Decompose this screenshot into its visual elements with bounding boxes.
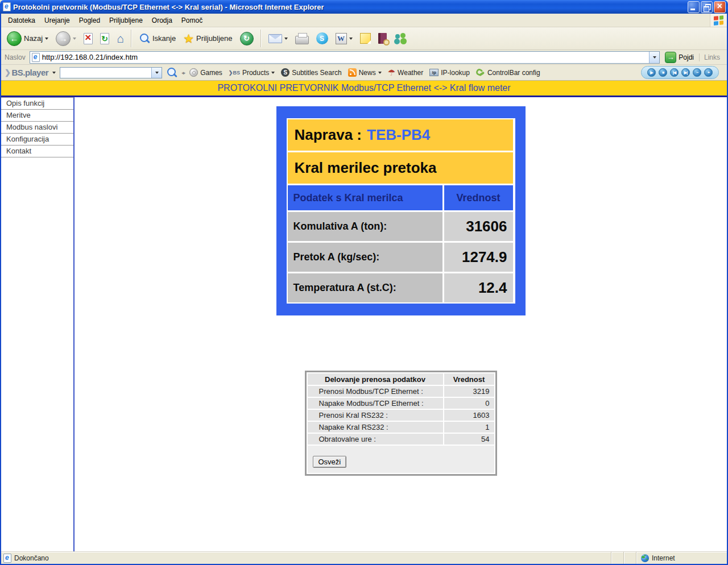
status-pane xyxy=(623,552,636,564)
close-button[interactable] xyxy=(714,1,726,13)
bsplayer-logo[interactable]: BS.player xyxy=(5,68,48,77)
sidebar-item-meritve[interactable]: Meritve xyxy=(1,110,73,122)
favorites-label: Priljubljene xyxy=(196,34,233,43)
word-dropdown-icon xyxy=(349,38,353,40)
sidebar-item-opis-funkcij[interactable]: Opis funkcij xyxy=(1,98,73,110)
bsbar-games[interactable]: Games xyxy=(188,67,224,78)
sidebar-nav: Opis funkcij Meritve Modbus naslovi Konf… xyxy=(1,97,75,551)
toolbar-separator xyxy=(260,30,262,47)
notes-button[interactable] xyxy=(358,32,373,45)
bsbar-subtitles-search[interactable]: Subtitles Search xyxy=(280,67,342,78)
bsbar-ip-lookup[interactable]: IP-lookup xyxy=(428,68,471,78)
links-label[interactable]: Links xyxy=(699,53,725,61)
menu-urejanje[interactable]: Urejanje xyxy=(40,15,75,26)
device-title-row: Naprava : TEB-PB4 xyxy=(288,119,513,151)
menu-orodja[interactable]: Orodja xyxy=(147,15,177,26)
device-row-value: 1274.9 xyxy=(444,243,513,272)
status-page-icon xyxy=(3,554,11,563)
security-zone-pane: Internet xyxy=(636,552,727,564)
messenger-button[interactable] xyxy=(392,32,410,45)
menu-pomoc[interactable]: Pomoč xyxy=(177,15,207,26)
sidebar-item-kontakt[interactable]: Kontakt xyxy=(1,146,73,157)
toolbar-grip-icon[interactable]: ◂▸ xyxy=(181,70,184,76)
history-button[interactable] xyxy=(238,31,256,47)
bsbar-weather[interactable]: Weather xyxy=(387,67,425,78)
status-text: Dokončano xyxy=(14,554,49,562)
stats-col-header-label: Delovanje prenosa podatkov xyxy=(308,373,443,385)
research-button[interactable] xyxy=(376,32,389,45)
windows-logo xyxy=(710,14,727,27)
mail-icon xyxy=(268,34,282,43)
menu-datoteka[interactable]: Datoteka xyxy=(3,15,40,26)
bsplayer-dropdown-icon[interactable] xyxy=(52,72,56,74)
stop-media-button[interactable]: ■ xyxy=(659,68,667,77)
favorites-button[interactable]: Priljubljene xyxy=(181,31,234,45)
device-row-label: Temperatura A (st.C): xyxy=(288,273,442,302)
back-label: Nazaj xyxy=(24,34,43,43)
home-button[interactable] xyxy=(114,31,126,45)
sidebar-item-modbus-naslovi[interactable]: Modbus naslovi xyxy=(1,122,73,134)
device-col-header-label: Podatek s Kral merilca xyxy=(288,185,442,210)
favorites-star-icon xyxy=(183,32,194,44)
address-input[interactable]: http://192.168.0.21/index.htm xyxy=(30,51,660,64)
address-url[interactable]: http://192.168.0.21/index.htm xyxy=(40,53,650,61)
stats-row-label: Obratovalne ure : xyxy=(308,434,443,444)
toolbar-separator xyxy=(131,30,132,47)
chevron-down-icon xyxy=(653,56,656,59)
previous-button[interactable]: |◀ xyxy=(670,68,679,77)
address-bar: Naslov http://192.168.0.21/index.htm Poj… xyxy=(1,50,727,65)
refresh-button[interactable] xyxy=(98,32,111,45)
volume-up-button[interactable]: + xyxy=(704,68,713,77)
print-button[interactable] xyxy=(293,31,311,45)
address-dropdown-button[interactable] xyxy=(649,52,659,63)
subtitles-icon xyxy=(281,68,289,77)
next-button[interactable]: ▶| xyxy=(681,68,690,77)
volume-down-button[interactable]: − xyxy=(693,68,701,77)
bsplayer-search-icon[interactable] xyxy=(166,67,177,78)
skype-button[interactable] xyxy=(314,31,330,45)
products-label: Products xyxy=(242,69,269,77)
messenger-icon xyxy=(394,33,408,44)
history-icon xyxy=(240,32,254,45)
back-button[interactable]: ← Nazaj xyxy=(5,30,51,47)
device-row-value: 31606 xyxy=(444,212,513,241)
go-button[interactable]: Pojdi xyxy=(663,52,696,63)
ip-lookup-label: IP-lookup xyxy=(441,69,470,77)
word-icon xyxy=(336,33,347,44)
bsbar-controlbar-config[interactable]: ControlBar config xyxy=(475,67,541,78)
forward-dropdown-icon xyxy=(73,38,76,40)
home-icon xyxy=(117,32,124,44)
print-icon xyxy=(295,36,309,44)
restore-button[interactable] xyxy=(701,1,713,13)
menu-priljubljene[interactable]: Priljubljene xyxy=(105,15,147,26)
refresh-page-button[interactable]: Osveži xyxy=(313,456,347,468)
stats-row-label: Prenosi Kral RS232 : xyxy=(308,410,443,421)
chevron-down-icon xyxy=(155,72,159,74)
bsbar-products[interactable]: Products xyxy=(228,68,276,78)
media-controls: ▶ ■ |◀ ▶| − + xyxy=(641,66,719,79)
title-bar: Protokolni pretvornik (Modbus/TCP Ethern… xyxy=(0,0,728,14)
bsplayer-search-input[interactable] xyxy=(60,67,162,78)
controlbar-config-label: ControlBar config xyxy=(487,69,540,77)
device-subtitle-row: Kral merilec pretoka xyxy=(288,152,513,184)
menu-pogled[interactable]: Pogled xyxy=(75,15,105,26)
edit-word-button[interactable] xyxy=(333,32,355,45)
config-wrench-icon xyxy=(476,68,485,77)
sidebar-item-konfiguracija[interactable]: Konfiguracija xyxy=(1,134,73,146)
forward-button[interactable]: → xyxy=(53,30,78,47)
bsbar-news[interactable]: News xyxy=(347,67,383,78)
play-button[interactable]: ▶ xyxy=(647,68,656,77)
stats-row-value: 3219 xyxy=(444,386,494,397)
weather-umbrella-icon xyxy=(388,68,395,77)
games-icon xyxy=(189,68,198,77)
stop-button[interactable] xyxy=(81,32,95,45)
zone-label: Internet xyxy=(652,554,675,562)
bsplayer-search-dropdown[interactable] xyxy=(151,68,162,78)
stop-icon xyxy=(84,33,93,44)
weather-label: Weather xyxy=(398,69,423,77)
minimize-button[interactable] xyxy=(688,1,700,13)
search-icon xyxy=(139,33,150,44)
search-button[interactable]: Iskanje xyxy=(136,32,178,45)
mail-button[interactable] xyxy=(266,33,290,44)
ie-page-icon xyxy=(3,2,11,11)
